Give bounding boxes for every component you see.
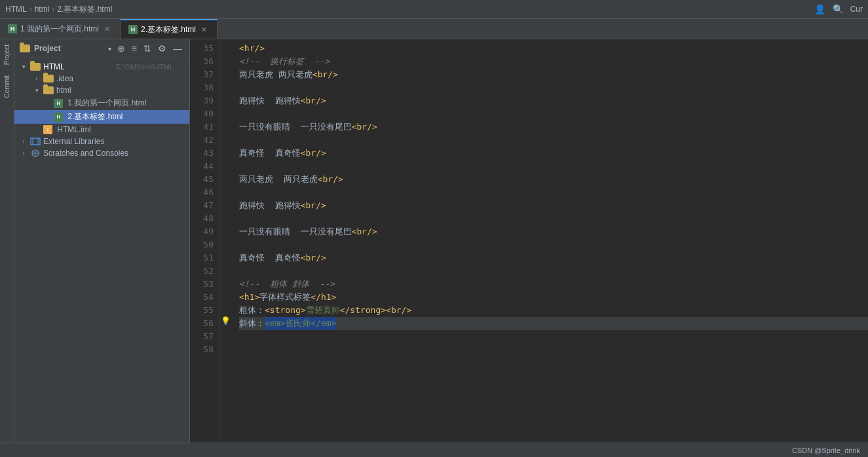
- line-number-41: 41: [190, 120, 214, 134]
- tree-item-extlibs[interactable]: › External Libraries: [14, 136, 189, 147]
- line-number-38: 38: [190, 81, 214, 94]
- project-header: Project ▾ ⊕ ≡ ⇅ ⚙ —: [14, 39, 189, 58]
- token-tag: <hr/>: [239, 42, 265, 55]
- line-number-55: 55: [190, 304, 214, 317]
- tree-item-idea[interactable]: › .idea: [14, 73, 189, 84]
- code-line-53: <!-- 粗体 斜体 -->: [239, 278, 868, 291]
- tree-item-html-dir[interactable]: ▾ html: [14, 84, 189, 96]
- html-dir-label: html: [56, 86, 184, 95]
- project-dropdown[interactable]: ▾: [108, 45, 111, 52]
- line-number-43: 43: [190, 147, 214, 160]
- bulb-icon-56[interactable]: 💡: [221, 316, 230, 325]
- token-string: 雪碧真帅: [306, 304, 340, 317]
- tree-item-root[interactable]: ▾ HTML E:\DM\html\HTML: [14, 61, 189, 73]
- line-number-56: 56: [190, 317, 214, 330]
- gutter-item-47: [219, 196, 231, 210]
- token-tag: <br/>: [352, 225, 377, 238]
- tab-file2[interactable]: H 2.基本标签.html ✕: [121, 19, 217, 39]
- token-comment: <!-- 粗体 斜体 -->: [239, 278, 335, 291]
- breadcrumb-html-dir[interactable]: html: [35, 5, 50, 14]
- file1-tree-label: 1.我的第一个网页.html: [66, 98, 184, 109]
- gutter: 💡: [219, 39, 231, 443]
- locate-icon[interactable]: ⊕: [115, 43, 127, 54]
- close-panel-icon[interactable]: —: [171, 43, 184, 54]
- gutter-item-43: [219, 144, 231, 157]
- token-tag: <br/>: [301, 94, 326, 107]
- code-line-56: 斜体：<em>雀氏帅</em>: [239, 317, 868, 330]
- project-title: Project: [34, 44, 104, 53]
- token-tag: <br/>: [352, 120, 377, 134]
- tree-item-scratches[interactable]: › Scratches and Consoles: [14, 147, 189, 159]
- token-tag: <br/>: [386, 304, 411, 317]
- scratches-icon: [30, 149, 41, 158]
- scratches-label: Scratches and Consoles: [43, 149, 184, 158]
- idea-label: .idea: [56, 74, 184, 83]
- gutter-item-37: [219, 65, 231, 79]
- line-number-54: 54: [190, 291, 214, 304]
- line-number-44: 44: [190, 160, 214, 173]
- code-line-54: <h1>字体样式标签</h1>: [239, 291, 868, 304]
- gutter-item-56: 💡: [219, 314, 231, 327]
- code-line-44: [239, 160, 868, 173]
- gutter-item-35: [219, 39, 231, 52]
- html-dir-folder-icon: [43, 86, 54, 94]
- code-view[interactable]: <hr/><!-- 换行标签 -->两只老虎 两只老虎<br/> 跑得快 跑得快…: [231, 39, 868, 443]
- breadcrumb: HTML › html › 2.基本标签.html: [5, 4, 112, 15]
- code-line-45: 两只老虎 两只老虎<br/>: [239, 173, 868, 186]
- tab-file1[interactable]: H 1.我的第一个网页.html ✕: [0, 19, 121, 39]
- gutter-item-38: [219, 79, 231, 92]
- extlibs-arrow: ›: [20, 137, 28, 145]
- token-tag: <br/>: [301, 199, 326, 212]
- extlibs-label: External Libraries: [43, 137, 184, 146]
- scratches-arrow: ›: [20, 149, 28, 157]
- gutter-item-41: [219, 118, 231, 131]
- expand-icon[interactable]: ⇅: [142, 43, 153, 54]
- token-tag: <h1>: [239, 291, 259, 304]
- project-tree: ▾ HTML E:\DM\html\HTML › .idea ▾ html: [14, 58, 189, 443]
- sidebar-strip: Project Commit: [0, 39, 14, 443]
- code-line-55: 粗体：<strong>雪碧真帅</strong><br/>: [239, 304, 868, 317]
- token-text: 跑得快 跑得快: [239, 199, 301, 212]
- sidebar-commit-label[interactable]: Commit: [2, 70, 12, 103]
- token-text: 粗体：: [239, 304, 265, 317]
- token-tag: </strong>: [340, 304, 386, 317]
- line-number-53: 53: [190, 278, 214, 291]
- gutter-item-40: [219, 105, 231, 118]
- top-bar: HTML › html › 2.基本标签.html 👤 🔍 Cur: [0, 0, 868, 19]
- user-icon[interactable]: 👤: [814, 3, 827, 16]
- tree-item-file2[interactable]: › H 2.基本标签.html: [14, 110, 189, 124]
- line-number-47: 47: [190, 199, 214, 212]
- tab2-close[interactable]: ✕: [199, 25, 209, 35]
- settings-icon[interactable]: ⚙: [156, 43, 168, 54]
- line-number-52: 52: [190, 265, 214, 278]
- code-line-51: 真奇怪 真奇怪<br/>: [239, 251, 868, 265]
- breadcrumb-file[interactable]: 2.基本标签.html: [57, 4, 112, 15]
- tab2-label: 2.基本标签.html: [141, 24, 196, 35]
- tab1-close[interactable]: ✕: [102, 24, 112, 34]
- gutter-item-54: [219, 288, 231, 301]
- iml-icon: I: [43, 125, 52, 134]
- token-selected: <em>雀氏帅</em>: [265, 317, 336, 330]
- idea-folder-icon: [43, 75, 54, 82]
- tree-item-iml[interactable]: › I HTML.iml: [14, 124, 189, 136]
- status-label: CSDN @Sprite_drink: [792, 447, 860, 454]
- token-text: 真奇怪 真奇怪: [239, 251, 301, 265]
- search-icon[interactable]: 🔍: [832, 3, 845, 16]
- tree-item-file1[interactable]: › H 1.我的第一个网页.html: [14, 96, 189, 110]
- token-text: 真奇怪 真奇怪: [239, 147, 301, 160]
- editor-area: 3536373839404142434445464748495051525354…: [190, 39, 868, 443]
- token-tag: </h1>: [311, 291, 336, 304]
- collapse-all-icon[interactable]: ≡: [130, 43, 139, 54]
- sidebar-project-label[interactable]: Project: [2, 39, 12, 70]
- code-line-36: <!-- 换行标签 -->: [239, 55, 868, 68]
- code-line-49: 一只没有眼睛 一只没有尾巴<br/>: [239, 225, 868, 238]
- gutter-item-53: [219, 275, 231, 288]
- token-text: 两只老虎 两只老虎: [239, 173, 318, 186]
- token-tag: <br/>: [301, 147, 326, 160]
- token-comment: <!-- 换行标签 -->: [239, 55, 330, 68]
- tabs-bar: H 1.我的第一个网页.html ✕ H 2.基本标签.html ✕: [0, 19, 868, 39]
- gutter-item-50: [219, 236, 231, 249]
- breadcrumb-html[interactable]: HTML: [5, 5, 27, 14]
- extlibs-icon: [30, 137, 41, 146]
- root-label: HTML: [43, 62, 111, 71]
